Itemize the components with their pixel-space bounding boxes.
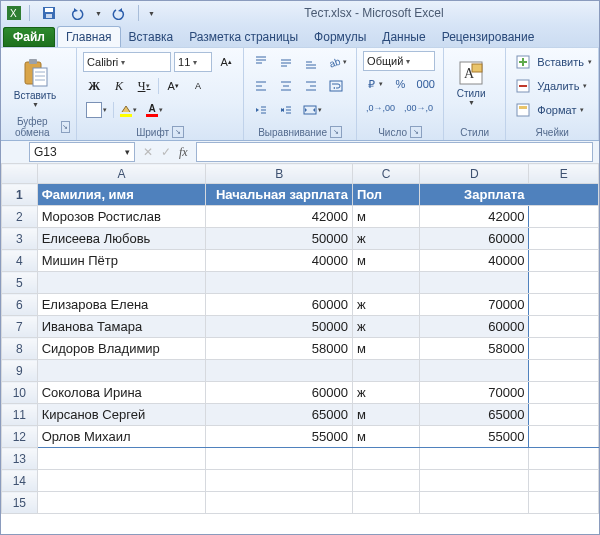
increase-indent-icon[interactable] — [275, 99, 297, 121]
underline-button[interactable]: Ч▾ — [133, 75, 155, 97]
row-header[interactable]: 3 — [2, 228, 38, 250]
tab-formulas[interactable]: Формулы — [306, 27, 374, 47]
row-header[interactable]: 11 — [2, 404, 38, 426]
name-box[interactable]: G13 ▾ — [29, 142, 135, 162]
cell-C12[interactable]: м — [352, 426, 420, 448]
cell-D1[interactable]: Зарплата — [420, 184, 529, 206]
cell-B2[interactable]: 42000 — [206, 206, 352, 228]
cell-C11[interactable]: м — [352, 404, 420, 426]
cell-B10[interactable]: 60000 — [206, 382, 352, 404]
cell-E13[interactable] — [529, 448, 599, 470]
name-box-dropdown[interactable]: ▾ — [125, 147, 130, 157]
formula-input[interactable] — [196, 142, 593, 162]
cell-D2[interactable]: 42000 — [420, 206, 529, 228]
styles-button[interactable]: A Стили ▼ — [450, 51, 492, 115]
paste-dropdown[interactable]: ▼ — [32, 101, 39, 108]
column-header-C[interactable]: C — [352, 164, 420, 184]
enter-icon[interactable]: ✓ — [161, 145, 171, 159]
tab-data[interactable]: Данные — [374, 27, 433, 47]
number-launcher[interactable]: ↘ — [410, 126, 422, 138]
cell-D8[interactable]: 58000 — [420, 338, 529, 360]
cell-B12[interactable]: 55000 — [206, 426, 352, 448]
orientation-icon[interactable]: ab▾ — [325, 51, 350, 73]
cell-A14[interactable] — [37, 470, 206, 492]
delete-cells-button[interactable] — [512, 75, 534, 97]
number-format-combo[interactable]: Общий▾ — [363, 51, 435, 71]
cell-A3[interactable]: Елисеева Любовь — [37, 228, 206, 250]
decrease-font-icon[interactable]: A▾ — [162, 75, 184, 97]
cell-E9[interactable] — [529, 360, 599, 382]
cell-B9[interactable] — [206, 360, 352, 382]
cell-C5[interactable] — [352, 272, 420, 294]
column-header-A[interactable]: A — [37, 164, 206, 184]
tab-review[interactable]: Рецензирование — [434, 27, 543, 47]
row-header[interactable]: 8 — [2, 338, 38, 360]
decrease-decimal-icon[interactable]: ,00→,0 — [401, 97, 436, 119]
cell-E6[interactable] — [529, 294, 599, 316]
comma-icon[interactable]: 000 — [414, 73, 437, 95]
percent-icon[interactable]: % — [389, 73, 411, 95]
column-header-D[interactable]: D — [420, 164, 529, 184]
row-header[interactable]: 12 — [2, 426, 38, 448]
cell-E14[interactable] — [529, 470, 599, 492]
column-header-E[interactable]: E — [529, 164, 599, 184]
cell-E5[interactable] — [529, 272, 599, 294]
wrap-text-icon[interactable] — [325, 75, 347, 97]
decrease-indent-icon[interactable] — [250, 99, 272, 121]
cell-A13[interactable] — [37, 448, 206, 470]
cell-C8[interactable]: м — [352, 338, 420, 360]
paste-button[interactable]: Вставить ▼ — [7, 51, 63, 114]
cell-B1[interactable]: Начальная зарплата — [206, 184, 352, 206]
align-middle-icon[interactable] — [275, 51, 297, 73]
cell-E4[interactable] — [529, 250, 599, 272]
font-name-combo[interactable]: Calibri▾ — [83, 52, 171, 72]
redo-icon[interactable] — [108, 4, 130, 22]
cell-E3[interactable] — [529, 228, 599, 250]
cell-C7[interactable]: ж — [352, 316, 420, 338]
borders-button[interactable]: ▾ — [83, 99, 110, 121]
cell-D14[interactable] — [420, 470, 529, 492]
fx-icon[interactable]: fx — [179, 145, 188, 160]
cell-C6[interactable]: ж — [352, 294, 420, 316]
align-left-icon[interactable] — [250, 75, 272, 97]
cell-E12[interactable] — [529, 426, 599, 448]
cell-C15[interactable] — [352, 492, 420, 514]
cell-B5[interactable] — [206, 272, 352, 294]
cell-C3[interactable]: ж — [352, 228, 420, 250]
italic-button[interactable]: К — [108, 75, 130, 97]
cell-B6[interactable]: 60000 — [206, 294, 352, 316]
row-header[interactable]: 10 — [2, 382, 38, 404]
row-header[interactable]: 2 — [2, 206, 38, 228]
cell-A2[interactable]: Морозов Ростислав — [37, 206, 206, 228]
cell-E10[interactable] — [529, 382, 599, 404]
cell-A9[interactable] — [37, 360, 206, 382]
align-right-icon[interactable] — [300, 75, 322, 97]
font-color-button[interactable]: A▾ — [143, 99, 166, 121]
cell-D6[interactable]: 70000 — [420, 294, 529, 316]
cell-A5[interactable] — [37, 272, 206, 294]
cell-E11[interactable] — [529, 404, 599, 426]
cell-A12[interactable]: Орлов Михаил — [37, 426, 206, 448]
cell-E7[interactable] — [529, 316, 599, 338]
undo-dropdown[interactable]: ▼ — [95, 10, 102, 17]
cell-A6[interactable]: Елизарова Елена — [37, 294, 206, 316]
row-header[interactable]: 9 — [2, 360, 38, 382]
cell-C10[interactable]: ж — [352, 382, 420, 404]
bold-button[interactable]: Ж — [83, 75, 105, 97]
cell-B8[interactable]: 58000 — [206, 338, 352, 360]
cell-B3[interactable]: 50000 — [206, 228, 352, 250]
row-header[interactable]: 5 — [2, 272, 38, 294]
format-cells-button[interactable] — [512, 99, 534, 121]
cell-D5[interactable] — [420, 272, 529, 294]
currency-icon[interactable]: ₽▾ — [363, 73, 386, 95]
row-header[interactable]: 13 — [2, 448, 38, 470]
cell-C14[interactable] — [352, 470, 420, 492]
insert-cells-button[interactable] — [512, 51, 534, 73]
tab-file[interactable]: Файл — [3, 27, 55, 47]
cancel-icon[interactable]: ✕ — [143, 145, 153, 159]
font-launcher[interactable]: ↘ — [172, 126, 184, 138]
row-header[interactable]: 4 — [2, 250, 38, 272]
cell-E1[interactable] — [529, 184, 599, 206]
row-header[interactable]: 7 — [2, 316, 38, 338]
row-header[interactable]: 1 — [2, 184, 38, 206]
